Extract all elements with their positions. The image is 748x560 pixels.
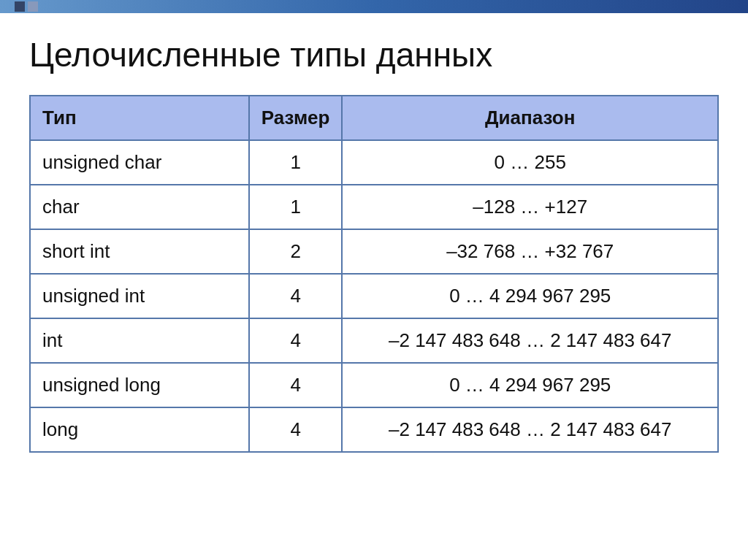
data-types-table: Тип Размер Диапазон unsigned char10 … 25…: [29, 95, 719, 453]
cell-size-2: 2: [249, 229, 343, 274]
header-row: Тип Размер Диапазон: [30, 96, 718, 140]
table-row: int4–2 147 483 648 … 2 147 483 647: [30, 318, 718, 363]
deco-square-1: [15, 1, 25, 12]
decorative-squares: [15, 1, 38, 12]
cell-type-1: char: [30, 185, 249, 229]
top-decorative-bar: [0, 0, 748, 13]
cell-type-0: unsigned char: [30, 140, 249, 185]
cell-type-5: unsigned long: [30, 363, 249, 407]
page-title: Целочисленные типы данных: [29, 35, 719, 74]
cell-range-5: 0 … 4 294 967 295: [342, 363, 718, 407]
table-row: unsigned long40 … 4 294 967 295: [30, 363, 718, 407]
header-size: Размер: [249, 96, 343, 140]
table-header: Тип Размер Диапазон: [30, 96, 718, 140]
cell-range-4: –2 147 483 648 … 2 147 483 647: [342, 318, 718, 363]
deco-square-2: [28, 1, 38, 12]
cell-range-6: –2 147 483 648 … 2 147 483 647: [342, 407, 718, 452]
header-type: Тип: [30, 96, 249, 140]
table-row: unsigned char10 … 255: [30, 140, 718, 185]
table-body: unsigned char10 … 255char1–128 … +127sho…: [30, 140, 718, 452]
cell-size-0: 1: [249, 140, 343, 185]
table-row: unsigned int40 … 4 294 967 295: [30, 274, 718, 318]
page-content: Целочисленные типы данных Тип Размер Диа…: [0, 13, 748, 560]
cell-type-4: int: [30, 318, 249, 363]
cell-size-3: 4: [249, 274, 343, 318]
table-row: short int2–32 768 … +32 767: [30, 229, 718, 274]
cell-size-1: 1: [249, 185, 343, 229]
header-range: Диапазон: [342, 96, 718, 140]
cell-type-2: short int: [30, 229, 249, 274]
cell-range-0: 0 … 255: [342, 140, 718, 185]
cell-range-1: –128 … +127: [342, 185, 718, 229]
table-row: long4–2 147 483 648 … 2 147 483 647: [30, 407, 718, 452]
cell-size-4: 4: [249, 318, 343, 363]
cell-size-5: 4: [249, 363, 343, 407]
table-row: char1–128 … +127: [30, 185, 718, 229]
cell-range-2: –32 768 … +32 767: [342, 229, 718, 274]
cell-type-3: unsigned int: [30, 274, 249, 318]
cell-type-6: long: [30, 407, 249, 452]
cell-size-6: 4: [249, 407, 343, 452]
cell-range-3: 0 … 4 294 967 295: [342, 274, 718, 318]
